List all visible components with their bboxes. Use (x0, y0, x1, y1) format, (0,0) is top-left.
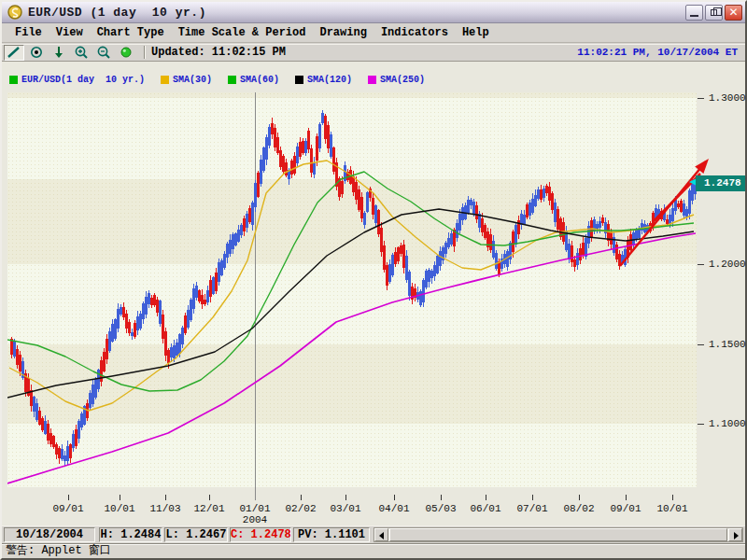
y-axis-label: 1.1500 (709, 339, 746, 350)
x-axis-label: 01/01 (233, 503, 277, 514)
trendline-icon (7, 45, 21, 60)
refresh-tool-button[interactable] (116, 45, 136, 61)
scroll-right-button[interactable] (728, 528, 742, 541)
zoom-in-icon (74, 45, 89, 60)
legend-swatch (295, 76, 303, 84)
x-axis-label: 11/03 (143, 503, 188, 514)
x-axis-label: 12/01 (187, 503, 232, 514)
y-axis-label: 1.1000 (709, 418, 746, 429)
menu-item-time-scale-period[interactable]: Time Scale & Period (173, 24, 312, 41)
zoom-in-tool-button[interactable] (71, 45, 92, 61)
toolbar: Updated: 11:02:15 PM 11:02:21 PM, 10/17/… (2, 44, 745, 62)
legend-item-sma-250[interactable]: SMA(250) (368, 75, 425, 85)
arrow-down-icon (51, 45, 66, 60)
legend-item-sma-30[interactable]: SMA(30) (161, 75, 212, 85)
legend-swatch (9, 76, 18, 84)
chart-area: EUR/USD(1 day 10 yr.)SMA(30)SMA(60)SMA(1… (2, 62, 745, 525)
legend-label: SMA(250) (380, 75, 425, 85)
scrollbar-thumb[interactable] (389, 528, 727, 541)
legend-swatch (161, 76, 169, 84)
x-axis-label: 10/01 (97, 503, 142, 514)
zoom-out-tool-button[interactable] (93, 45, 114, 61)
chart-legend: EUR/USD(1 day 10 yr.)SMA(30)SMA(60)SMA(1… (9, 74, 441, 85)
legend-label: SMA(60) (240, 75, 279, 85)
application-window: EUR/USD (1 day 10 yr.) ✕ FileViewChart T… (0, 0, 747, 560)
legend-label: EUR/USD(1 day 10 yr.) (21, 75, 145, 85)
status-field-pv: PV: 1.1101 (293, 527, 370, 542)
legend-swatch (228, 76, 236, 84)
y-axis-label: 1.2000 (709, 259, 746, 270)
legend-item-sma-60[interactable]: SMA(60) (228, 75, 279, 85)
menu-item-chart-type[interactable]: Chart Type (92, 24, 170, 41)
menu-item-help[interactable]: Help (457, 24, 495, 41)
app-coin-icon (7, 5, 22, 20)
x-axis-label: 09/01 (46, 503, 91, 514)
toolbar-separator (144, 46, 146, 59)
green-ball-icon (119, 45, 134, 60)
crosshair-tool-button[interactable] (26, 45, 47, 61)
updated-timestamp: Updated: 11:02:15 PM (151, 46, 286, 59)
close-button[interactable]: ✕ (725, 5, 742, 21)
x-axis-label: 04/01 (372, 503, 416, 514)
menu-item-drawing[interactable]: Drawing (314, 24, 372, 41)
x-axis-label: 09/01 (603, 503, 648, 514)
minimize-icon (690, 15, 698, 17)
legend-item-eur-usd-1-day-10-yr[interactable]: EUR/USD(1 day 10 yr.) (9, 75, 145, 85)
legend-label: SMA(30) (173, 75, 212, 85)
y-axis-tick (698, 98, 704, 99)
horizontal-scrollbar[interactable] (374, 527, 743, 542)
y-axis-tick (698, 424, 704, 425)
legend-label: SMA(120) (307, 75, 352, 85)
x-axis-label: 10/01 (650, 503, 695, 514)
arrow-down-tool-button[interactable] (49, 45, 69, 61)
x-axis-label: 06/01 (463, 503, 508, 514)
status-date: 10/18/2004 (4, 527, 95, 542)
x-axis-label: 05/03 (418, 503, 463, 514)
scroll-left-button[interactable] (374, 528, 388, 541)
zoom-out-icon (96, 45, 111, 60)
y-axis-tick (698, 264, 704, 265)
trendline-tool-button[interactable] (4, 45, 24, 61)
x-axis-label: 02/02 (278, 503, 323, 514)
menu-item-indicators[interactable]: Indicators (375, 24, 454, 41)
x-axis-label: 07/01 (510, 503, 555, 514)
status-field-h: H: 1.2484 (99, 527, 162, 542)
status-bar: 10/18/2004 H: 1.2484L: 1.2467C: 1.2478PV… (2, 525, 745, 543)
legend-item-sma-120[interactable]: SMA(120) (295, 75, 352, 85)
window-controls: ✕ (684, 5, 742, 21)
applet-warning-bar: 警告: Applet 窗口 (2, 543, 745, 558)
window-title: EUR/USD (1 day 10 yr.) (28, 6, 206, 20)
x-axis-label: 08/02 (557, 503, 601, 514)
minimize-button[interactable] (685, 5, 703, 21)
y-axis-label: 1.3000 (709, 92, 746, 104)
menu-item-view[interactable]: View (50, 24, 89, 41)
status-field-l: L: 1.2467 (164, 527, 228, 542)
legend-swatch (368, 76, 376, 84)
x-axis-label: 03/01 (323, 503, 368, 514)
market-clock: 11:02:21 PM, 10/17/2004 ET (577, 47, 738, 58)
price-chart-plot[interactable] (7, 92, 717, 500)
last-price-tag: 1.2478 (696, 175, 745, 191)
x-axis-year-label: 2004 (233, 514, 277, 525)
restore-button[interactable] (705, 5, 723, 21)
menu-bar: FileViewChart TypeTime Scale & PeriodDra… (2, 23, 745, 43)
title-bar: EUR/USD (1 day 10 yr.) ✕ (2, 2, 745, 23)
restore-icon (711, 9, 717, 16)
crosshair-icon (29, 45, 44, 60)
applet-warning-text: 警告: Applet 窗口 (6, 544, 111, 557)
menu-item-file[interactable]: File (9, 24, 48, 41)
status-field-c: C: 1.2478 (230, 527, 291, 542)
y-axis-tick (698, 344, 704, 345)
close-icon: ✕ (726, 6, 741, 20)
